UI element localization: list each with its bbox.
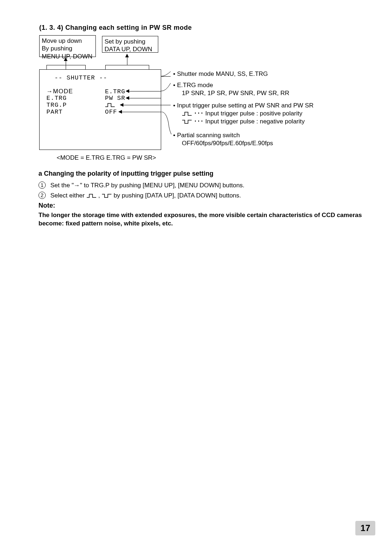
desc-sub-text: ･･･ Input trigger pulse : positive polar… bbox=[194, 110, 302, 117]
connector-line bbox=[105, 65, 149, 65]
arrowhead-up-icon bbox=[64, 57, 68, 61]
hint-box-line: Set by pushing bbox=[105, 38, 156, 45]
step-number-icon: 1 bbox=[38, 181, 46, 189]
hint-box-line: DATA UP, DOWN bbox=[105, 45, 156, 53]
desc-text: Input trigger pulse setting at PW SNR an… bbox=[173, 102, 314, 109]
arrowhead-up-icon bbox=[125, 54, 129, 57]
desc-text: Shutter mode MANU, SS, E.TRG bbox=[173, 70, 268, 77]
step-text: Set the "→" to TRG.P by pushing [MENU UP… bbox=[50, 182, 245, 189]
connector-line bbox=[85, 65, 86, 69]
step-text: Select either bbox=[50, 192, 85, 199]
connector-curve bbox=[161, 112, 172, 137]
arrowhead-left-icon bbox=[120, 103, 123, 107]
step-text: by pushing [DATA UP], [DATA DOWN] button… bbox=[114, 192, 241, 199]
lcd-row-etrg: E.TRG PW SR bbox=[46, 95, 138, 102]
lcd-title: -- SHUTTER -- bbox=[54, 74, 107, 81]
hint-box-line: By pushing bbox=[42, 45, 93, 52]
connector-line bbox=[123, 105, 171, 105]
desc-trigger-pulse: Input trigger pulse setting at PW SNR an… bbox=[173, 102, 314, 126]
arrowhead-left-icon bbox=[126, 89, 129, 93]
desc-text: E.TRG mode bbox=[173, 82, 213, 89]
connector-line bbox=[122, 112, 161, 112]
hint-box-line: Move up down bbox=[42, 37, 93, 45]
hint-box-menu-updown: Move up down By pushing MENU UP, DOWN bbox=[39, 35, 96, 57]
lcd-label: E.TRG bbox=[46, 95, 101, 102]
lcd-label: PART bbox=[46, 109, 101, 115]
desc-sub: ･･･ Input trigger pulse : positive polar… bbox=[173, 110, 314, 118]
connector-curve bbox=[161, 71, 172, 78]
connector-line bbox=[46, 65, 47, 69]
connector-line bbox=[105, 65, 106, 69]
connector-curve bbox=[161, 82, 172, 93]
step-number-icon: 2 bbox=[38, 192, 46, 199]
hint-box-line: MENU UP, DOWN bbox=[42, 53, 93, 60]
subsection-heading: a Changing the polarity of inputting tri… bbox=[38, 170, 213, 177]
pulse-positive-icon bbox=[86, 193, 97, 198]
pulse-negative-icon bbox=[102, 193, 112, 198]
page-number: 17 bbox=[355, 521, 375, 535]
desc-sub-text: ･･･ Input trigger pulse : negative polar… bbox=[194, 118, 305, 125]
lcd-row-mode: →MODE E.TRG bbox=[46, 88, 138, 95]
desc-text: Partial scanning switch bbox=[173, 132, 240, 139]
desc-sub: 1P SNR, 1P SR, PW SNR, PW SR, RR bbox=[173, 89, 289, 97]
arrowhead-left-icon bbox=[118, 110, 122, 114]
note-body: The longer the storage time with extende… bbox=[38, 211, 365, 228]
lcd-label: TRG.P bbox=[46, 102, 101, 109]
connector-line bbox=[127, 57, 127, 65]
arrowhead-left-icon bbox=[126, 96, 129, 100]
connector-line bbox=[149, 65, 149, 69]
hint-box-data-updown: Set by pushing DATA UP, DOWN bbox=[102, 36, 158, 53]
desc-partial-scan: Partial scanning switch OFF/60fps/90fps/… bbox=[173, 131, 273, 147]
pulse-positive-icon bbox=[182, 111, 192, 116]
desc-sub: OFF/60fps/90fps/E.60fps/E.90fps bbox=[173, 139, 273, 147]
section-heading: (1. 3. 4) Changing each setting in PW SR… bbox=[39, 24, 192, 32]
pulse-negative-icon bbox=[182, 119, 192, 124]
connector-line bbox=[129, 91, 161, 91]
step-1: 1 Set the "→" to TRG.P by pushing [MENU … bbox=[38, 181, 245, 189]
lcd-caption: <MODE = E.TRG E.TRG = PW SR> bbox=[57, 154, 156, 162]
connector-line bbox=[129, 98, 161, 98]
pulse-positive-icon bbox=[105, 102, 115, 107]
desc-shutter-mode: Shutter mode MANU, SS, E.TRG bbox=[173, 70, 268, 78]
step-text: , bbox=[98, 192, 102, 199]
lcd-label: →MODE bbox=[46, 88, 101, 95]
connector-line bbox=[46, 65, 85, 65]
desc-sub: ･･･ Input trigger pulse : negative polar… bbox=[173, 118, 314, 126]
lcd-value: E.TRG bbox=[105, 88, 138, 95]
note-label: Note: bbox=[38, 202, 55, 209]
desc-etrg-mode: E.TRG mode 1P SNR, 1P SR, PW SNR, PW SR,… bbox=[173, 81, 289, 97]
page: (1. 3. 4) Changing each setting in PW SR… bbox=[0, 0, 392, 555]
step-2: 2 Select either , by pushing [DATA UP], … bbox=[38, 192, 241, 199]
